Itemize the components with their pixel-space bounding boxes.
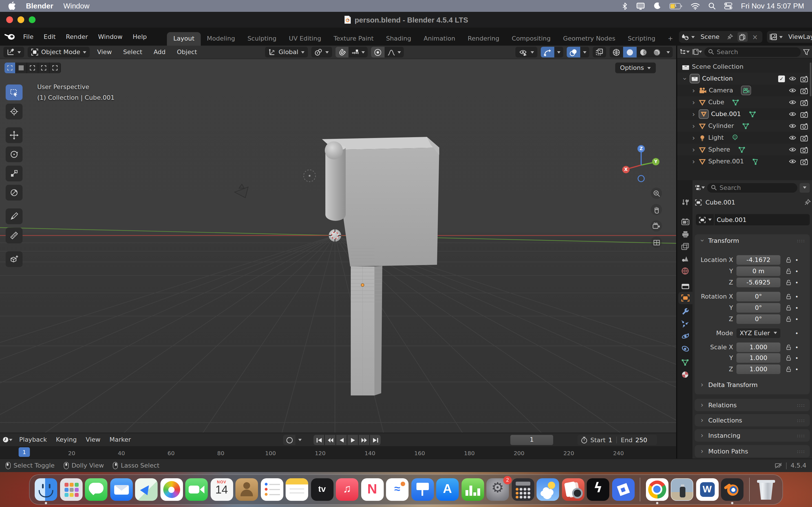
proportional-falloff-dropdown[interactable] — [385, 47, 404, 57]
panel-instancing[interactable]: Instancing — [695, 429, 810, 442]
play-reverse-button[interactable] — [336, 435, 347, 445]
tab-constraints[interactable] — [678, 342, 692, 355]
dock-system-settings[interactable]: ⚙2 — [486, 478, 509, 501]
dock-app-store[interactable]: A — [436, 478, 459, 501]
overlays-dropdown[interactable] — [580, 47, 589, 57]
workspace-tab[interactable]: Texture Paint — [327, 32, 380, 46]
lock-icon[interactable] — [784, 316, 793, 322]
end-value[interactable]: 250 — [636, 436, 647, 444]
search-icon[interactable] — [708, 2, 716, 10]
menu-help[interactable]: Help — [128, 33, 151, 40]
focus-moon-icon[interactable] — [654, 2, 661, 10]
viewport-menu-add[interactable]: Add — [150, 48, 170, 56]
wifi-icon[interactable] — [691, 3, 700, 9]
dock-calendar[interactable]: NOV14 — [210, 478, 233, 501]
timeline-menu[interactable]: Keying — [51, 434, 81, 445]
camera-object[interactable] — [235, 184, 248, 198]
delta-transform-panel[interactable]: Delta Transform — [695, 379, 810, 391]
auto-keying-toggle[interactable] — [283, 435, 305, 445]
workspace-tab[interactable]: Layout — [167, 32, 201, 46]
dock-maps[interactable] — [135, 478, 158, 501]
menubar-app-name[interactable]: Blender — [26, 2, 53, 10]
dock-news[interactable]: N — [361, 478, 384, 501]
render-camera-icon[interactable] — [800, 111, 808, 117]
lock-icon[interactable] — [784, 355, 793, 361]
dock-trash[interactable] — [755, 478, 777, 501]
lock-icon[interactable] — [784, 293, 793, 299]
toggle-ortho-icon[interactable] — [651, 237, 662, 248]
pan-view-icon[interactable] — [651, 204, 662, 215]
proportional-edit-toggle[interactable] — [371, 47, 385, 57]
tab-viewlayer[interactable] — [678, 240, 692, 252]
tool-scale[interactable] — [6, 166, 22, 181]
location-value-field[interactable]: -4.1672 — [737, 255, 780, 265]
menu-window[interactable]: Window — [94, 33, 127, 40]
menu-edit[interactable]: Edit — [39, 33, 60, 40]
jump-to-end-button[interactable] — [370, 435, 380, 445]
current-frame-field[interactable]: 1 — [510, 435, 553, 445]
outliner-row-sphere-001[interactable]: Sphere.001 — [677, 156, 810, 167]
hide-eye-icon[interactable] — [788, 99, 797, 105]
options-dropdown[interactable]: Options — [615, 62, 656, 73]
render-camera-icon[interactable] — [800, 158, 808, 165]
tab-render[interactable] — [678, 215, 692, 228]
scale-value-field[interactable]: 1.000 — [737, 342, 780, 352]
start-value[interactable]: 1 — [608, 436, 612, 444]
shading-material-button[interactable] — [637, 47, 650, 57]
outliner-display-mode[interactable] — [679, 47, 690, 57]
outliner-row-sphere[interactable]: Sphere — [677, 144, 810, 156]
outliner-filter-id-type[interactable] — [692, 47, 702, 57]
control-center-icon[interactable] — [724, 2, 732, 10]
select-extend-button[interactable] — [16, 62, 27, 73]
viewlayer-selector[interactable]: ViewLayer — [767, 31, 812, 43]
dock-facetime[interactable] — [185, 478, 208, 501]
animate-dot[interactable] — [793, 366, 801, 372]
menubar-clock[interactable]: Fri Nov 14 5:07 PM — [741, 2, 804, 10]
display-icon[interactable] — [636, 2, 645, 10]
xray-toggle[interactable] — [593, 47, 606, 57]
shading-wireframe-button[interactable] — [610, 47, 623, 57]
animate-dot[interactable] — [793, 330, 801, 336]
pin-scene-icon[interactable] — [725, 32, 735, 42]
panel-motion-paths[interactable]: Motion Paths — [695, 445, 810, 457]
pin-id-icon[interactable] — [804, 199, 811, 206]
collection-checkbox[interactable] — [778, 75, 785, 82]
timeline-ruler[interactable]: 20406080100120140160180200220240 — [0, 446, 676, 459]
tab-object[interactable] — [678, 292, 693, 304]
viewlayer-name[interactable]: ViewLayer — [785, 33, 812, 41]
menu-render[interactable]: Render — [61, 33, 92, 40]
jump-to-start-button[interactable] — [313, 435, 324, 445]
zoom-view-icon[interactable] — [651, 187, 662, 199]
outliner-row-light[interactable]: Light — [677, 132, 810, 144]
dock-lightning-app[interactable]: ϟ — [587, 478, 609, 501]
model-head-sphere[interactable] — [325, 142, 343, 159]
hide-eye-icon[interactable] — [788, 123, 797, 129]
dock-contacts[interactable] — [236, 478, 258, 501]
workspace-tab[interactable]: Sculpting — [241, 32, 283, 46]
render-camera-icon[interactable] — [800, 87, 808, 94]
dock-chrome[interactable] — [646, 478, 668, 501]
viewport-menu-view[interactable]: View — [93, 48, 116, 56]
outliner-row-scene-collection[interactable]: Scene Collection — [677, 61, 810, 73]
panel-grip[interactable] — [797, 238, 805, 243]
rotation-value-field[interactable]: 0° — [737, 303, 780, 313]
shading-solid-button[interactable] — [623, 47, 637, 57]
scale-value-field[interactable]: 1.000 — [737, 353, 780, 363]
scale-value-field[interactable]: 1.000 — [737, 364, 780, 374]
dock-calculator[interactable] — [511, 478, 534, 501]
playhead-badge[interactable]: 1 — [18, 447, 30, 457]
animate-dot[interactable] — [793, 257, 801, 263]
dock-numbers[interactable] — [461, 478, 484, 501]
play-button[interactable] — [347, 435, 358, 445]
light-object[interactable] — [304, 170, 315, 182]
tab-material[interactable] — [678, 369, 692, 381]
viewport-menu-object[interactable]: Object — [173, 48, 201, 56]
viewport-menu-select[interactable]: Select — [119, 48, 146, 56]
tab-physics[interactable] — [678, 330, 692, 342]
dock-mail[interactable] — [110, 478, 133, 501]
scene-selector[interactable]: Scene — [679, 31, 762, 43]
render-camera-icon[interactable] — [800, 122, 808, 129]
workspace-tab[interactable]: Modeling — [201, 32, 241, 46]
viewport-canvas[interactable] — [0, 59, 676, 433]
tab-particles[interactable] — [678, 318, 692, 330]
